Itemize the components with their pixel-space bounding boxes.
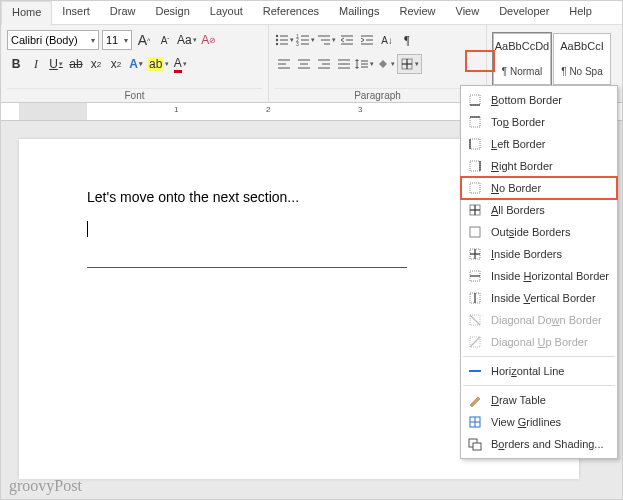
paragraph-group: ▾ 123▾ ▾ A↓ ¶ ▾ ▾ ▾ Para	[269, 25, 487, 102]
border-menu-ih[interactable]: Inside Horizontal Border	[461, 265, 617, 287]
svg-point-4	[276, 43, 278, 45]
svg-rect-48	[470, 183, 480, 193]
border-left-icon	[467, 136, 483, 152]
paragraph-group-label: Paragraph	[275, 88, 480, 102]
line-spacing-button[interactable]: ▾	[355, 54, 374, 74]
svg-rect-52	[470, 227, 480, 237]
svg-rect-42	[470, 117, 480, 127]
change-case-button[interactable]: Aa▾	[177, 30, 197, 50]
svg-rect-69	[473, 443, 481, 450]
svg-rect-40	[470, 95, 480, 105]
menu-label: Draw Table	[491, 394, 611, 406]
svg-line-63	[470, 337, 480, 347]
tab-help[interactable]: Help	[559, 1, 602, 24]
border-none-icon	[467, 180, 483, 196]
border-menu-dd: Diagonal Down Border	[461, 309, 617, 331]
tab-design[interactable]: Design	[146, 1, 200, 24]
numbering-button[interactable]: 123▾	[296, 30, 315, 50]
svg-rect-46	[470, 161, 480, 171]
border-menu-inside[interactable]: Inside Borders	[461, 243, 617, 265]
border-menu-none[interactable]: No Border	[461, 177, 617, 199]
border-menu-top[interactable]: Top Border	[461, 111, 617, 133]
bold-button[interactable]: B	[7, 54, 25, 74]
chevron-down-icon: ▾	[91, 36, 95, 45]
border-menu-all[interactable]: All Borders	[461, 199, 617, 221]
border-menu-left[interactable]: Left Border	[461, 133, 617, 155]
border-menu-dialog[interactable]: Borders and Shading...	[461, 433, 617, 455]
bullets-button[interactable]: ▾	[275, 30, 294, 50]
highlight-button[interactable]: ab▾	[147, 54, 169, 74]
word-app: Home Insert Draw Design Layout Reference…	[0, 0, 623, 500]
align-right-button[interactable]	[315, 54, 333, 74]
sort-button[interactable]: A↓	[378, 30, 396, 50]
tab-insert[interactable]: Insert	[52, 1, 100, 24]
justify-button[interactable]	[335, 54, 353, 74]
border-bottom-icon	[467, 92, 483, 108]
strikethrough-button[interactable]: ab	[67, 54, 85, 74]
border-menu-grid[interactable]: View Gridlines	[461, 411, 617, 433]
decrease-indent-button[interactable]	[338, 30, 356, 50]
menu-label: Borders and Shading...	[491, 438, 611, 450]
subscript-button[interactable]: x2	[87, 54, 105, 74]
border-menu-hline[interactable]: Horizontal Line	[461, 360, 617, 382]
border-grid-icon	[467, 414, 483, 430]
show-marks-button[interactable]: ¶	[398, 30, 416, 50]
tab-mailings[interactable]: Mailings	[329, 1, 389, 24]
border-menu-right[interactable]: Right Border	[461, 155, 617, 177]
underline-button[interactable]: U▾	[47, 54, 65, 74]
menu-label: Inside Borders	[491, 248, 611, 260]
shrink-font-button[interactable]: Aˇ	[156, 30, 174, 50]
multilevel-list-button[interactable]: ▾	[317, 30, 336, 50]
svg-rect-44	[470, 139, 480, 149]
tab-view[interactable]: View	[446, 1, 490, 24]
borders-button[interactable]: ▾	[397, 54, 422, 74]
align-center-button[interactable]	[295, 54, 313, 74]
border-dd-icon	[467, 312, 483, 328]
svg-point-2	[276, 39, 278, 41]
tab-layout[interactable]: Layout	[200, 1, 253, 24]
border-outside-icon	[467, 224, 483, 240]
font-size-combo[interactable]: 11▾	[102, 30, 132, 50]
style-normal[interactable]: AaBbCcDd ¶ Normal	[493, 33, 551, 85]
svg-point-0	[276, 35, 278, 37]
border-top-icon	[467, 114, 483, 130]
menu-label: Right Border	[491, 160, 611, 172]
menu-label: Horizontal Line	[491, 365, 611, 377]
borders-button-highlight	[465, 50, 495, 72]
font-group: Calibri (Body)▾ 11▾ A^ Aˇ Aa▾ A⊘ B I U▾ …	[1, 25, 269, 102]
menu-label: Inside Vertical Border	[491, 292, 611, 304]
style-no-spacing[interactable]: AaBbCcI ¶ No Spa	[553, 33, 611, 85]
shading-button[interactable]: ▾	[376, 54, 395, 74]
menu-label: View Gridlines	[491, 416, 611, 428]
tab-home[interactable]: Home	[1, 1, 52, 25]
menu-label: All Borders	[491, 204, 611, 216]
clear-formatting-button[interactable]: A⊘	[200, 30, 218, 50]
border-menu-bottom[interactable]: Bottom Border	[461, 89, 617, 111]
border-du-icon	[467, 334, 483, 350]
border-menu-iv[interactable]: Inside Vertical Border	[461, 287, 617, 309]
border-menu-outside[interactable]: Outside Borders	[461, 221, 617, 243]
increase-indent-button[interactable]	[358, 30, 376, 50]
border-right-icon	[467, 158, 483, 174]
tab-developer[interactable]: Developer	[489, 1, 559, 24]
tab-draw[interactable]: Draw	[100, 1, 146, 24]
border-inside-icon	[467, 246, 483, 262]
border-ih-icon	[467, 268, 483, 284]
border-hline-icon	[467, 363, 483, 379]
italic-button[interactable]: I	[27, 54, 45, 74]
text-effects-button[interactable]: A▾	[127, 54, 145, 74]
tab-references[interactable]: References	[253, 1, 329, 24]
menu-label: Diagonal Down Border	[491, 314, 611, 326]
border-draw-icon	[467, 392, 483, 408]
border-menu-draw[interactable]: Draw Table	[461, 389, 617, 411]
chevron-down-icon: ▾	[124, 36, 128, 45]
superscript-button[interactable]: x2	[107, 54, 125, 74]
svg-line-61	[470, 315, 480, 325]
svg-text:3: 3	[296, 41, 299, 46]
tab-review[interactable]: Review	[389, 1, 445, 24]
align-left-button[interactable]	[275, 54, 293, 74]
font-color-button[interactable]: A▾	[171, 54, 189, 74]
menu-label: Top Border	[491, 116, 611, 128]
grow-font-button[interactable]: A^	[135, 30, 153, 50]
font-name-combo[interactable]: Calibri (Body)▾	[7, 30, 99, 50]
